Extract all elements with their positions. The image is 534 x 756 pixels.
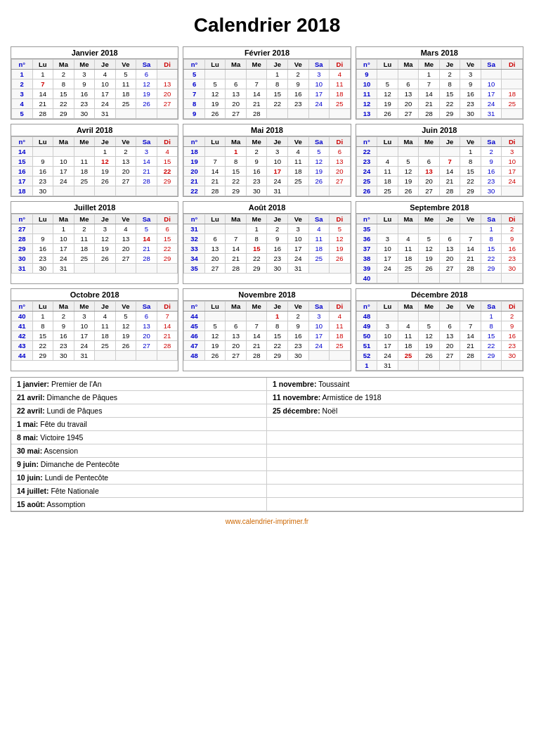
holiday-item-right-3	[267, 418, 523, 431]
month-title: Février 2018	[183, 47, 350, 59]
holiday-item-right-9	[267, 498, 523, 511]
holiday-item-left-5: 30 mai: Ascension	[11, 444, 267, 458]
month-table: n°LuMaMeJeVeSaDi311234532678910111233131…	[183, 214, 350, 274]
month-title: Janvier 2018	[11, 47, 178, 59]
holiday-item-left-8: 14 juillet: Fête Nationale	[11, 485, 267, 498]
month-title: Mai 2018	[183, 124, 350, 136]
holiday-item-right-4	[267, 431, 523, 444]
month-table: n°LuMaMeJeVeSaDi141234159101112131415161…	[11, 136, 178, 196]
holiday-item-left-4: 8 mai: Victoire 1945	[11, 431, 267, 444]
month-table: n°LuMaMeJeVeSaDi441234455678910114612131…	[183, 301, 350, 361]
month-block-7: Juillet 2018n°LuMaMeJeVeSaDi271234562891…	[11, 201, 178, 284]
holiday-item-right-5	[267, 444, 523, 458]
holiday-item-left-3: 1 mai: Fête du travail	[11, 418, 267, 431]
month-block-10: Octobre 2018n°LuMaMeJeVeSaDi401234567418…	[11, 288, 178, 371]
holiday-item-left-1: 21 avril: Dimanche de Pâques	[11, 391, 267, 404]
month-block-3: Mars 2018n°LuMaMeJeVeSaDi912310567891011…	[356, 46, 523, 120]
page-title: Calendrier 2018	[11, 14, 523, 37]
month-table: n°LuMaMeJeVeSaDi912310567891011121314151…	[356, 59, 523, 119]
holiday-item-right-2: 25 décembre: Noël	[267, 404, 523, 418]
holidays-section: 1 janvier: Premier de l'An1 novembre: To…	[11, 377, 523, 512]
month-title: Août 2018	[183, 202, 350, 214]
calendars-grid: Janvier 2018n°LuMaMeJeVeSaDi112345627891…	[11, 46, 523, 371]
month-block-1: Janvier 2018n°LuMaMeJeVeSaDi112345627891…	[11, 46, 178, 120]
month-block-6: Juin 2018n°LuMaMeJeVeSaDi221232345678910…	[356, 124, 523, 197]
month-title: Juillet 2018	[11, 202, 178, 214]
month-title: Mars 2018	[356, 47, 523, 59]
month-block-12: Décembre 2018n°LuMaMeJeVeSaDi48124934567…	[356, 288, 523, 371]
holidays-grid: 1 janvier: Premier de l'An1 novembre: To…	[11, 378, 523, 511]
month-table: n°LuMaMeJeVeSaDi481249345678950101112131…	[356, 301, 523, 371]
holiday-item-right-8	[267, 485, 523, 498]
month-table: n°LuMaMeJeVeSaDi351236345678937101112131…	[356, 214, 523, 283]
holiday-item-right-6	[267, 458, 523, 471]
month-block-2: Février 2018n°LuMaMeJeVeSaDi512346567891…	[183, 46, 351, 120]
month-title: Septembre 2018	[356, 202, 523, 214]
holiday-item-left-2: 22 avril: Lundi de Pâques	[11, 404, 267, 418]
month-title: Décembre 2018	[356, 289, 523, 301]
month-title: Octobre 2018	[11, 289, 178, 301]
holiday-item-right-0: 1 novembre: Toussaint	[267, 378, 523, 391]
holiday-item-right-1: 11 novembre: Armistice de 1918	[267, 391, 523, 404]
month-table: n°LuMaMeJeVeSaDi401234567418910111213144…	[11, 301, 178, 361]
month-table: n°LuMaMeJeVeSaDi271234562891011121314152…	[11, 214, 178, 274]
month-table: n°LuMaMeJeVeSaDi221232345678910241112131…	[356, 136, 523, 196]
month-table: n°LuMaMeJeVeSaDi512346567891011712131415…	[183, 59, 350, 119]
month-block-11: Novembre 2018n°LuMaMeJeVeSaDi44123445567…	[183, 288, 351, 371]
month-block-4: Avril 2018n°LuMaMeJeVeSaDi14123415910111…	[11, 124, 178, 197]
month-table: n°LuMaMeJeVeSaDi112345627891011121331415…	[11, 59, 178, 119]
holiday-item-left-0: 1 janvier: Premier de l'An	[11, 378, 267, 391]
month-table: n°LuMaMeJeVeSaDi181234561978910111213201…	[183, 136, 350, 196]
month-block-8: Août 2018n°LuMaMeJeVeSaDi311234532678910…	[183, 201, 351, 284]
footer: www.calendrier-imprimer.fr	[11, 518, 523, 525]
holiday-item-right-7	[267, 471, 523, 485]
holiday-item-left-7: 10 juin: Lundi de Pentecôte	[11, 471, 267, 485]
month-title: Avril 2018	[11, 124, 178, 136]
month-title: Novembre 2018	[183, 289, 350, 301]
month-title: Juin 2018	[356, 124, 523, 136]
holiday-item-left-6: 9 juin: Dimanche de Pentecôte	[11, 458, 267, 471]
holiday-item-left-9: 15 août: Assomption	[11, 498, 267, 511]
month-block-5: Mai 2018n°LuMaMeJeVeSaDi1812345619789101…	[183, 124, 351, 197]
month-block-9: Septembre 2018n°LuMaMeJeVeSaDi3512363456…	[356, 201, 523, 284]
